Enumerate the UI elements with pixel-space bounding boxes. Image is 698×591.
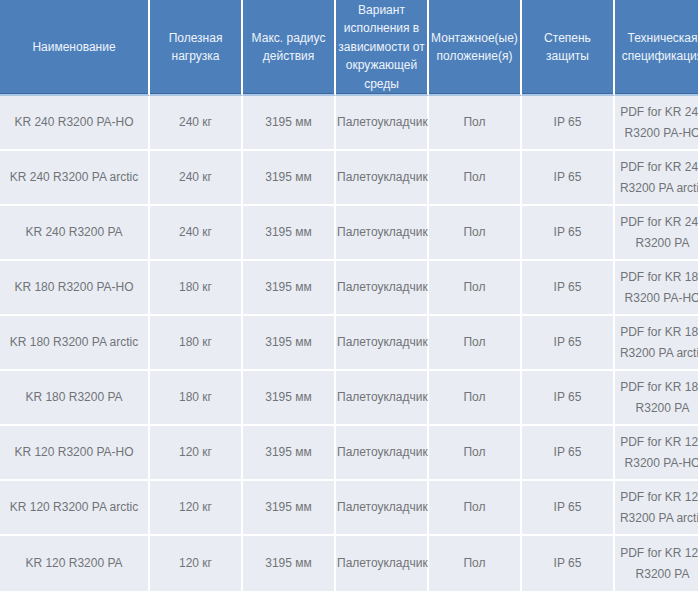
cell-variant: Палетоукладчик (336, 206, 429, 261)
table-row: KR 240 R3200 PA arctic240 кг3195 ммПалет… (0, 151, 698, 206)
cell-payload: 120 кг (150, 481, 243, 536)
cell-variant: Палетоукладчик (336, 96, 429, 151)
header-row: Наименование Полезная нагрузка Макс. рад… (0, 0, 698, 96)
spec-pdf-link[interactable]: PDF for KR 120 R3200 PA arctic (615, 481, 698, 536)
table-row: KR 180 R3200 PA arctic180 кг3195 ммПалет… (0, 316, 698, 371)
cell-name: KR 180 R3200 PA-HO (0, 261, 150, 316)
cell-name: KR 120 R3200 PA (0, 536, 150, 591)
table-row: KR 120 R3200 PA120 кг3195 ммПалетоукладч… (0, 536, 698, 591)
cell-protection: IP 65 (522, 206, 615, 261)
cell-payload: 180 кг (150, 261, 243, 316)
cell-payload: 120 кг (150, 426, 243, 481)
cell-max-reach: 3195 мм (243, 316, 336, 371)
cell-name: KR 120 R3200 PA arctic (0, 481, 150, 536)
cell-max-reach: 3195 мм (243, 96, 336, 151)
table-row: KR 240 R3200 PA240 кг3195 ммПалетоукладч… (0, 206, 698, 261)
table-row: KR 180 R3200 PA180 кг3195 ммПалетоукладч… (0, 371, 698, 426)
cell-max-reach: 3195 мм (243, 536, 336, 591)
cell-mounting: Пол (429, 151, 522, 206)
cell-max-reach: 3195 мм (243, 481, 336, 536)
cell-protection: IP 65 (522, 151, 615, 206)
cell-name: KR 120 R3200 PA-HO (0, 426, 150, 481)
table-row: KR 180 R3200 PA-HO180 кг3195 ммПалетоукл… (0, 261, 698, 316)
spec-pdf-link[interactable]: PDF for KR 180 R3200 PA-HO (615, 261, 698, 316)
table-row: KR 240 R3200 PA-HO240 кг3195 ммПалетоукл… (0, 96, 698, 151)
spec-pdf-link[interactable]: PDF for KR 240 R3200 PA (615, 206, 698, 261)
cell-protection: IP 65 (522, 261, 615, 316)
cell-max-reach: 3195 мм (243, 261, 336, 316)
cell-mounting: Пол (429, 426, 522, 481)
cell-payload: 240 кг (150, 206, 243, 261)
cell-variant: Палетоукладчик (336, 426, 429, 481)
col-header-protection: Степень защиты (522, 0, 615, 96)
spec-pdf-link[interactable]: PDF for KR 120 R3200 PA-HO (615, 426, 698, 481)
cell-payload: 180 кг (150, 371, 243, 426)
cell-protection: IP 65 (522, 371, 615, 426)
cell-protection: IP 65 (522, 316, 615, 371)
col-header-payload: Полезная нагрузка (150, 0, 243, 96)
robot-spec-table: Наименование Полезная нагрузка Макс. рад… (0, 0, 698, 591)
cell-variant: Палетоукладчик (336, 371, 429, 426)
cell-name: KR 240 R3200 PA-HO (0, 96, 150, 151)
cell-name: KR 240 R3200 PA arctic (0, 151, 150, 206)
cell-mounting: Пол (429, 261, 522, 316)
cell-payload: 240 кг (150, 96, 243, 151)
cell-variant: Палетоукладчик (336, 536, 429, 591)
cell-mounting: Пол (429, 316, 522, 371)
cell-max-reach: 3195 мм (243, 371, 336, 426)
col-header-spec: Техническая спецификация (615, 0, 698, 96)
cell-payload: 180 кг (150, 316, 243, 371)
cell-name: KR 180 R3200 PA arctic (0, 316, 150, 371)
table-body: KR 240 R3200 PA-HO240 кг3195 ммПалетоукл… (0, 96, 698, 591)
cell-max-reach: 3195 мм (243, 206, 336, 261)
cell-mounting: Пол (429, 371, 522, 426)
cell-mounting: Пол (429, 481, 522, 536)
col-header-max-reach: Макс. радиус действия (243, 0, 336, 96)
col-header-name: Наименование (0, 0, 150, 96)
cell-payload: 240 кг (150, 151, 243, 206)
cell-max-reach: 3195 мм (243, 151, 336, 206)
spec-pdf-link[interactable]: PDF for KR 240 R3200 PA arctic (615, 151, 698, 206)
cell-protection: IP 65 (522, 481, 615, 536)
cell-mounting: Пол (429, 536, 522, 591)
table-row: KR 120 R3200 PA arctic120 кг3195 ммПалет… (0, 481, 698, 536)
spec-pdf-link[interactable]: PDF for KR 120 R3200 PA (615, 536, 698, 591)
cell-variant: Палетоукладчик (336, 151, 429, 206)
cell-name: KR 180 R3200 PA (0, 371, 150, 426)
col-header-mounting: Монтажное(ые) положение(я) (429, 0, 522, 96)
cell-mounting: Пол (429, 96, 522, 151)
spec-pdf-link[interactable]: PDF for KR 180 R3200 PA arctic (615, 316, 698, 371)
cell-mounting: Пол (429, 206, 522, 261)
cell-variant: Палетоукладчик (336, 316, 429, 371)
spec-pdf-link[interactable]: PDF for KR 240 R3200 PA-HO (615, 96, 698, 151)
cell-variant: Палетоукладчик (336, 261, 429, 316)
table-row: KR 120 R3200 PA-HO120 кг3195 ммПалетоукл… (0, 426, 698, 481)
cell-protection: IP 65 (522, 426, 615, 481)
cell-protection: IP 65 (522, 536, 615, 591)
cell-variant: Палетоукладчик (336, 481, 429, 536)
cell-name: KR 240 R3200 PA (0, 206, 150, 261)
cell-payload: 120 кг (150, 536, 243, 591)
col-header-variant: Вариант исполнения в зависимости от окру… (336, 0, 429, 96)
robot-spec-table-viewport: Наименование Полезная нагрузка Макс. рад… (0, 0, 698, 591)
spec-pdf-link[interactable]: PDF for KR 180 R3200 PA (615, 371, 698, 426)
cell-protection: IP 65 (522, 96, 615, 151)
cell-max-reach: 3195 мм (243, 426, 336, 481)
